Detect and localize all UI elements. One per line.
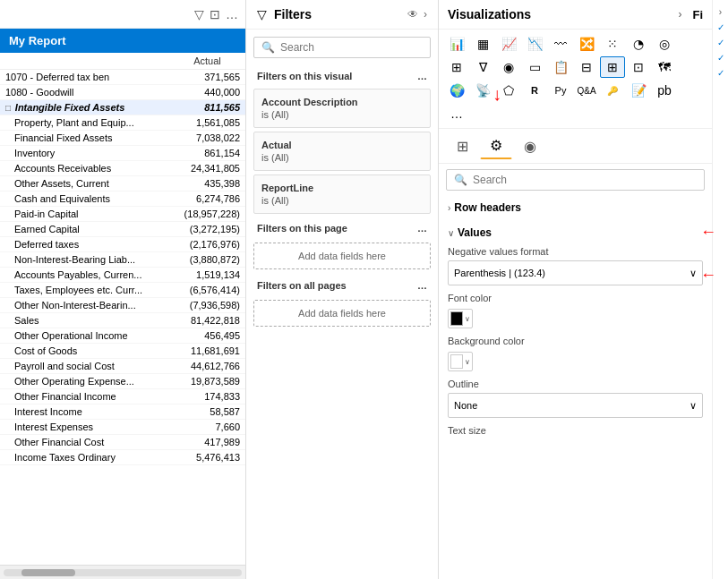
report-scrollbar[interactable]	[0, 565, 245, 579]
background-color-swatch[interactable]: ∨	[448, 352, 473, 371]
filters-all-pages-label: Filters on all pages …	[246, 275, 438, 294]
viz-tab-format[interactable]: ⚙	[480, 132, 512, 159]
viz-icon-paginated[interactable]: pb	[652, 80, 677, 101]
row-value: 24,341,805	[169, 161, 245, 176]
report-toolbar: ▽ ⊡ …	[0, 0, 245, 29]
table-row: 1070 - Deferred tax ben371,565	[0, 70, 245, 85]
filter-card[interactable]: ReportLineis (All)	[253, 175, 431, 214]
row-label: Cash and Equivalents	[0, 192, 169, 207]
row-value: (3,880,872)	[169, 252, 245, 268]
font-color-section: Font color ∨	[439, 293, 712, 336]
negative-format-dropdown[interactable]: Parenthesis | (123.4) ∨	[448, 260, 703, 285]
expand-icon[interactable]: ⊡	[210, 7, 220, 21]
table-row: Other Financial Income174,833	[0, 389, 245, 404]
viz-search-icon: 🔍	[454, 174, 467, 186]
viz-icon-decomp[interactable]: 🔑	[600, 80, 625, 101]
viz-icon-map[interactable]: 🗺	[652, 56, 677, 78]
row-label: Financial Fixed Assets	[0, 131, 169, 146]
viz-icon-line[interactable]: 📉	[522, 33, 547, 55]
viz-icon-stacked-bar[interactable]: ▦	[470, 33, 495, 55]
row-value: 435,398	[169, 176, 245, 192]
viz-icon-azure-map[interactable]: 📡	[470, 80, 495, 101]
viz-icon-donut[interactable]: ◎	[652, 33, 677, 55]
viz-icon-filled-map[interactable]: 🌍	[444, 80, 469, 101]
viz-icon-treemap[interactable]: ⊞	[444, 56, 469, 78]
viz-icon-card[interactable]: ▭	[522, 56, 547, 78]
filters-search-box[interactable]: 🔍	[253, 37, 431, 58]
side-check-1: ✓	[717, 22, 724, 32]
table-row: Inventory861,154	[0, 146, 245, 161]
filters-allpages-more[interactable]: …	[417, 280, 427, 291]
filter-card[interactable]: Actualis (All)	[253, 132, 431, 171]
filters-eye-icon[interactable]: 👁	[407, 8, 418, 21]
filter-icon[interactable]: ▽	[194, 7, 204, 21]
viz-icon-ribbon[interactable]: 🔀	[574, 33, 599, 55]
viz-tab-analytics[interactable]: ◉	[514, 132, 546, 159]
table-row: Other Operating Expense...19,873,589	[0, 374, 245, 389]
row-value: (2,176,976)	[169, 237, 245, 252]
viz-icon-scatter[interactable]: ⁙	[600, 33, 625, 55]
viz-icon-cluster-bar[interactable]: 📈	[496, 33, 521, 55]
viz-icon-slicer[interactable]: ⊟	[574, 56, 599, 78]
row-label: Sales	[0, 313, 169, 328]
background-color-arrow: ∨	[465, 358, 470, 366]
side-chevron-1[interactable]: ›	[719, 7, 722, 17]
viz-icon-shape[interactable]: ⬠	[496, 80, 521, 101]
viz-icon-bar[interactable]: 📊	[444, 33, 469, 55]
viz-icon-area[interactable]: 〰	[548, 33, 573, 55]
values-toggle[interactable]: ∨ Values	[448, 226, 703, 239]
table-row: Other Non-Interest-Bearin...(7,936,598)	[0, 298, 245, 313]
table-row: Sales81,422,818	[0, 313, 245, 328]
viz-icon-kpi[interactable]: 📋	[548, 56, 573, 78]
side-check-4: ✓	[717, 68, 724, 78]
viz-icon-qanda[interactable]: Q&A	[574, 80, 599, 101]
viz-icon-more[interactable]: …	[444, 103, 469, 124]
viz-icon-pie[interactable]: ◔	[626, 33, 651, 55]
font-color-arrow: ∨	[465, 315, 470, 323]
viz-icon-python[interactable]: Py	[548, 80, 573, 101]
row-label: 1080 - Goodwill	[0, 85, 169, 100]
viz-tab-fields[interactable]: ⊞	[446, 132, 478, 159]
row-value: 1,561,085	[169, 115, 245, 131]
viz-icon-matrix[interactable]: ⊡	[626, 56, 651, 78]
add-page-fields-button[interactable]: Add data fields here	[253, 243, 431, 269]
outline-dropdown[interactable]: None ∨	[448, 393, 703, 418]
table-row: Financial Fixed Assets7,038,022	[0, 131, 245, 146]
viz-search-input[interactable]	[473, 174, 697, 186]
viz-icon-funnel[interactable]: ∇	[470, 56, 495, 78]
add-allpages-fields-button[interactable]: Add data fields here	[253, 300, 431, 327]
filter-card[interactable]: Account Descriptionis (All)	[253, 89, 431, 128]
viz-search-box[interactable]: 🔍	[446, 169, 705, 191]
table-row: Interest Income58,587	[0, 404, 245, 420]
filters-search-input[interactable]	[280, 41, 423, 54]
font-color-swatch[interactable]: ∨	[448, 309, 473, 328]
more-icon[interactable]: …	[226, 7, 238, 21]
row-label: Cost of Goods	[0, 344, 169, 359]
row-value: 371,565	[169, 70, 245, 85]
filters-expand-icon[interactable]: ›	[424, 8, 427, 21]
background-color-label: Background color	[448, 336, 703, 346]
row-value: 44,612,766	[169, 359, 245, 374]
row-value: 11,681,691	[169, 344, 245, 359]
viz-icon-gauge[interactable]: ◉	[496, 56, 521, 78]
viz-icon-table[interactable]: ⊞	[600, 56, 625, 78]
viz-icon-narrative[interactable]: 📝	[626, 80, 651, 101]
table-row: Deferred taxes(2,176,976)	[0, 237, 245, 252]
filters-visual-more[interactable]: …	[417, 71, 427, 81]
values-section: ∨ Values	[439, 221, 712, 246]
table-row: Accounts Payables, Curren...1,519,134	[0, 268, 245, 283]
viz-icon-r-visual[interactable]: R	[522, 80, 547, 101]
font-color-box	[450, 311, 463, 326]
expand-icon[interactable]: □	[5, 103, 13, 113]
row-headers-toggle[interactable]: › Row headers	[448, 201, 703, 214]
viz-icons-row3: 🌍 📡 ⬠ R Py Q&A 🔑 📝 pb	[444, 80, 707, 101]
row-label: Accounts Payables, Curren...	[0, 268, 169, 283]
viz-icons-grid: 📊 ▦ 📈 📉 〰 🔀 ⁙ ◔ ◎ ⊞ ∇ ◉ ▭ 📋 ⊟ ⊞ ⊡ 🗺 🌍 📡 …	[439, 30, 712, 129]
viz-expand-arrow[interactable]: ›	[678, 8, 681, 21]
row-label: □ Intangible Fixed Assets	[0, 100, 169, 115]
filter-card-value: is (All)	[261, 109, 423, 120]
row-value: 81,422,818	[169, 313, 245, 328]
row-label: Payroll and social Cost	[0, 359, 169, 374]
filters-page-more[interactable]: …	[417, 223, 427, 234]
viz-icons-row1: 📊 ▦ 📈 📉 〰 🔀 ⁙ ◔ ◎	[444, 33, 707, 55]
